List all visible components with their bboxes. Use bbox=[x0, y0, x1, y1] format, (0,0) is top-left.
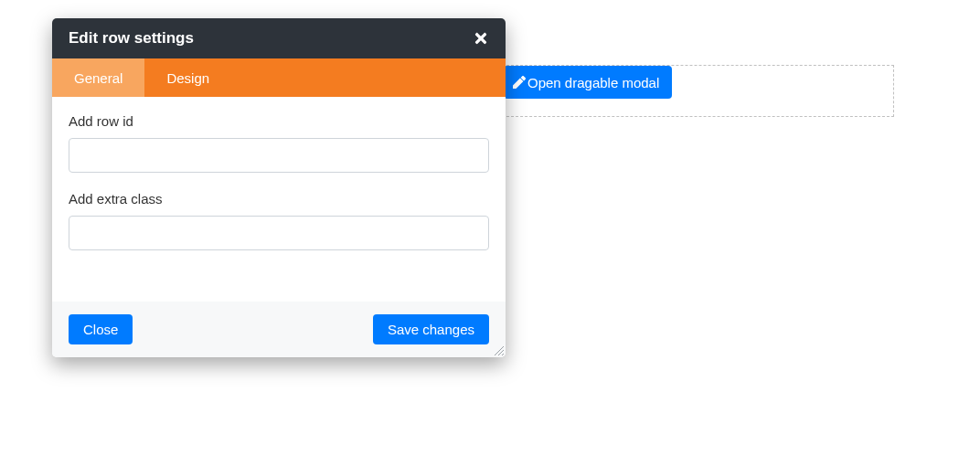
tab-general[interactable]: General bbox=[52, 58, 144, 97]
extra-class-label: Add extra class bbox=[69, 191, 489, 207]
tab-design[interactable]: Design bbox=[144, 58, 231, 97]
form-group-extra-class: Add extra class bbox=[69, 191, 489, 250]
svg-line-2 bbox=[502, 354, 504, 355]
row-id-input[interactable] bbox=[69, 138, 489, 173]
close-button[interactable]: Close bbox=[69, 314, 133, 344]
modal-header[interactable]: Edit row settings bbox=[52, 18, 506, 58]
modal-body: Add row id Add extra class bbox=[52, 97, 506, 302]
pencil-icon bbox=[513, 76, 526, 89]
row-id-label: Add row id bbox=[69, 113, 489, 129]
save-changes-button[interactable]: Save changes bbox=[373, 314, 489, 344]
close-button-label: Close bbox=[83, 322, 118, 337]
open-modal-label: Open dragable modal bbox=[527, 75, 659, 90]
extra-class-input[interactable] bbox=[69, 216, 489, 250]
edit-row-settings-modal: Edit row settings General Design Add row… bbox=[52, 18, 506, 357]
tab-label: General bbox=[74, 70, 122, 86]
tab-label: Design bbox=[166, 70, 209, 86]
modal-tabs: General Design bbox=[52, 58, 506, 97]
modal-footer: Close Save changes bbox=[52, 302, 506, 357]
save-button-label: Save changes bbox=[388, 322, 474, 337]
form-group-row-id: Add row id bbox=[69, 113, 489, 173]
modal-title: Edit row settings bbox=[69, 29, 194, 48]
close-icon[interactable] bbox=[473, 30, 489, 47]
resize-handle-icon[interactable] bbox=[493, 344, 504, 355]
open-dragable-modal-button[interactable]: Open dragable modal bbox=[504, 66, 672, 99]
